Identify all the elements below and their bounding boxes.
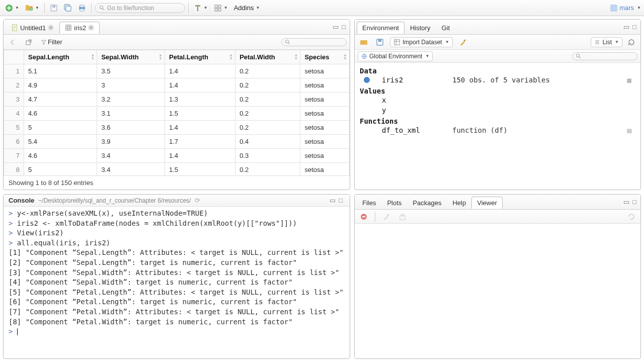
filter-button[interactable]: Filter: [39, 37, 64, 47]
table-cell: setosa: [300, 107, 350, 121]
console-line: [1] "Component “Sepal.Length”: Attribute…: [9, 248, 345, 258]
save-button[interactable]: [48, 3, 60, 13]
maximize-icon[interactable]: □: [632, 23, 636, 31]
tools-button[interactable]: ▼: [192, 3, 210, 13]
goto-wd-icon[interactable]: ⟳: [195, 197, 200, 204]
env-search[interactable]: [572, 52, 637, 60]
tab-history[interactable]: History: [405, 22, 436, 34]
col-header[interactable]: Species▲▼: [300, 50, 350, 64]
project-icon: [25, 4, 33, 12]
filter-icon: [41, 39, 47, 45]
plus-doc-icon: [5, 4, 13, 12]
grid-button[interactable]: ▼: [212, 3, 230, 13]
separator: [91, 3, 92, 13]
table-cell: 3.4: [97, 163, 165, 176]
minimize-icon[interactable]: ▭: [623, 23, 629, 31]
svg-point-11: [100, 6, 103, 9]
list-view-button[interactable]: List ▼: [591, 37, 622, 47]
refresh-viewer-button[interactable]: [625, 212, 637, 222]
table-row[interactable]: 65.43.91.70.4setosa: [4, 135, 350, 149]
minimize-icon[interactable]: ▭: [623, 198, 629, 206]
data-table[interactable]: Sepal.Length▲▼Sepal.Width▲▼Petal.Length▲…: [4, 50, 350, 175]
minimize-icon[interactable]: ▭: [333, 23, 339, 31]
user-menu[interactable]: mars ▼: [610, 4, 641, 12]
view-grid-icon[interactable]: ▦: [627, 76, 631, 84]
viewer-pane: Files Plots Packages Help Viewer ▭□: [354, 194, 641, 359]
rownum-cell: 4: [4, 107, 24, 121]
table-cell: 4.6: [24, 107, 97, 121]
viewer-tabs: Files Plots Packages Help Viewer ▭□: [355, 195, 640, 210]
col-header[interactable]: Petal.Width▲▼: [235, 50, 300, 64]
env-toolbar: Import Dataset ▼ List ▼: [355, 35, 640, 50]
col-header[interactable]: Sepal.Width▲▼: [97, 50, 165, 64]
table-row[interactable]: 34.73.21.30.2setosa: [4, 93, 350, 107]
chevron-down-icon: ▼: [425, 54, 429, 58]
table-row[interactable]: 44.63.11.50.2setosa: [4, 107, 350, 121]
view-source-icon[interactable]: ▤: [627, 126, 631, 134]
minimize-icon[interactable]: ▭: [330, 197, 336, 204]
broom-button[interactable]: [457, 37, 469, 47]
table-cell: setosa: [300, 121, 350, 135]
maximize-icon[interactable]: □: [342, 23, 346, 31]
close-icon[interactable]: ×: [48, 25, 54, 31]
console-prompt-line[interactable]: >: [9, 327, 345, 337]
table-cell: 1.4: [165, 149, 235, 163]
import-dataset-button[interactable]: Import Dataset ▼: [390, 37, 453, 47]
col-header[interactable]: Petal.Length▲▼: [165, 50, 235, 64]
svg-rect-13: [195, 5, 200, 7]
back-button[interactable]: [7, 37, 19, 47]
addins-button[interactable]: Addins ▼: [232, 3, 262, 13]
tab-plots[interactable]: Plots: [381, 197, 407, 209]
scope-selector[interactable]: Global Environment ▼: [358, 51, 433, 61]
console-body[interactable]: > y<-xmlParse(saveXML(x), useInternalNod…: [4, 207, 350, 358]
env-value-row[interactable]: x: [360, 95, 635, 105]
save-env-button[interactable]: [374, 37, 386, 47]
tab-viewer[interactable]: Viewer: [471, 197, 503, 209]
col-header[interactable]: Sepal.Length▲▼: [24, 50, 97, 64]
tab-packages[interactable]: Packages: [407, 197, 447, 209]
env-func-row[interactable]: df_to_xml function (df) ▤: [360, 125, 635, 135]
save-all-button[interactable]: [62, 3, 74, 13]
table-row[interactable]: 24.931.40.2setosa: [4, 78, 350, 93]
table-cell: 4.9: [24, 78, 97, 93]
maximize-icon[interactable]: □: [339, 197, 343, 204]
svg-rect-10: [80, 9, 84, 11]
rownum-cell: 8: [4, 163, 24, 176]
load-button[interactable]: [358, 37, 370, 47]
clear-viewer-button[interactable]: [358, 212, 370, 222]
table-cell: 1.4: [165, 78, 235, 93]
maximize-icon[interactable]: □: [632, 198, 636, 206]
tab-iris2[interactable]: iris2 ×: [59, 22, 100, 34]
console-line: [5] "Component “Petal.Length”: Attribute…: [9, 288, 345, 298]
table-row[interactable]: 553.61.40.2setosa: [4, 121, 350, 135]
new-project-button[interactable]: ▼: [23, 3, 41, 13]
popout-button[interactable]: [23, 37, 35, 47]
table-row[interactable]: 15.13.51.40.2setosa: [4, 64, 350, 78]
export-viewer-button[interactable]: [396, 212, 409, 222]
tab-git[interactable]: Git: [436, 22, 455, 34]
table-cell: 0.2: [235, 78, 300, 93]
table-row[interactable]: 74.63.41.40.3setosa: [4, 149, 350, 163]
env-data-head: Data: [360, 67, 635, 75]
goto-input[interactable]: Go to file/function: [95, 3, 185, 13]
tab-files[interactable]: Files: [357, 197, 381, 209]
expand-icon[interactable]: [364, 77, 370, 83]
refresh-button[interactable]: [625, 37, 637, 47]
tab-untitled1[interactable]: Untitled1 ×: [6, 22, 59, 34]
new-file-button[interactable]: ▼: [3, 3, 21, 13]
broom-viewer-button[interactable]: [380, 212, 392, 222]
print-button[interactable]: [76, 3, 88, 13]
svg-rect-15: [218, 5, 221, 8]
table-row[interactable]: 853.41.50.2setosa: [4, 163, 350, 176]
close-icon[interactable]: ×: [88, 25, 94, 31]
grid-icon: [214, 4, 222, 12]
chevron-down-icon: ▼: [615, 40, 619, 44]
env-data-row[interactable]: iris2 150 obs. of 5 variables ▦: [360, 75, 635, 85]
chevron-down-icon: ▼: [35, 6, 39, 10]
tab-help[interactable]: Help: [447, 197, 471, 209]
env-value-row[interactable]: y: [360, 105, 635, 115]
tab-environment[interactable]: Environment: [357, 22, 405, 34]
table-cell: 3.2: [97, 93, 165, 107]
table-search[interactable]: [281, 38, 347, 46]
search-icon: [99, 5, 105, 11]
